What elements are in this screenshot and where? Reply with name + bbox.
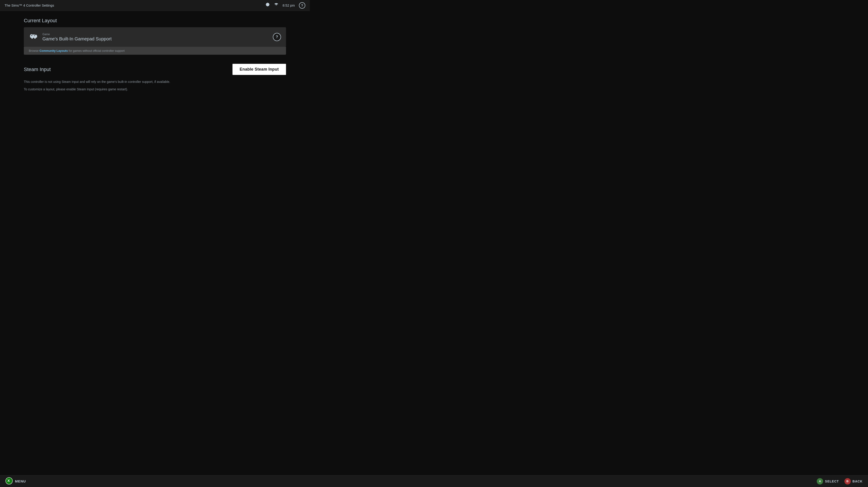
settings-icon[interactable] (266, 2, 270, 8)
community-layouts-link[interactable]: Community Layouts (39, 49, 68, 53)
enable-steam-input-button[interactable]: Enable Steam Input (232, 64, 286, 75)
help-button[interactable]: ? (299, 2, 305, 9)
title-bar-left: The Sims™ 4 Controller Settings (4, 3, 54, 7)
gamepad-icon (29, 31, 38, 43)
title-bar-right: 8:52 pm ? (266, 2, 305, 9)
steam-input-header: Steam Input Enable Steam Input (24, 64, 286, 75)
clock: 8:52 pm (283, 3, 295, 7)
browse-prefix: Browse (29, 49, 39, 53)
layout-help-button[interactable]: ? (273, 33, 281, 41)
layout-subtitle: Game (42, 33, 112, 36)
browse-suffix: for games without official controller su… (68, 49, 125, 53)
current-layout-title: Current Layout (24, 18, 286, 24)
title-bar: The Sims™ 4 Controller Settings 8:52 pm … (0, 0, 310, 11)
broadcast-icon[interactable] (274, 2, 279, 8)
steam-input-section: Steam Input Enable Steam Input This cont… (24, 64, 286, 92)
steam-input-title: Steam Input (24, 66, 51, 73)
steam-input-description2: To customize a layout, please enable Ste… (24, 87, 286, 92)
main-content: Current Layout Game Game's Built-In Game… (0, 11, 310, 101)
app-title: The Sims™ 4 Controller Settings (4, 3, 54, 7)
layout-card-text: Game Game's Built-In Gamepad Support (42, 33, 112, 41)
layout-name: Game's Built-In Gamepad Support (42, 36, 112, 41)
browse-bar: Browse Community Layouts for games witho… (24, 47, 286, 55)
layout-card: Game Game's Built-In Gamepad Support ? (24, 27, 286, 47)
steam-input-description1: This controller is not using Steam Input… (24, 80, 286, 84)
